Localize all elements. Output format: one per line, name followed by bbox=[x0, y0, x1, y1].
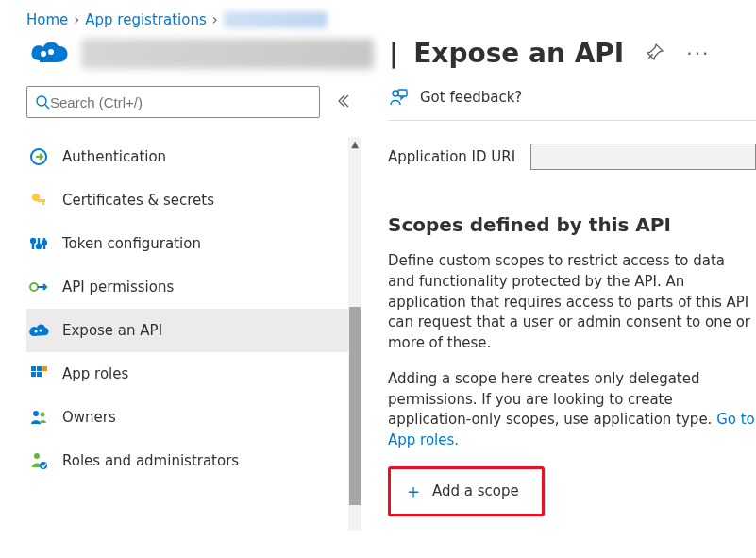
search-input[interactable] bbox=[50, 94, 311, 110]
svg-point-26 bbox=[34, 453, 40, 459]
feedback-label: Got feedback? bbox=[420, 89, 522, 106]
scrollbar-thumb[interactable] bbox=[349, 307, 361, 505]
chevron-right-icon: › bbox=[212, 11, 218, 28]
scroll-up-icon[interactable]: ▲ bbox=[348, 137, 361, 150]
page-title: Expose an API bbox=[413, 38, 624, 69]
nav-label: Expose an API bbox=[62, 322, 162, 339]
svg-rect-19 bbox=[31, 366, 36, 371]
more-icon[interactable]: ··· bbox=[686, 42, 710, 65]
nav-certificates[interactable]: Certificates & secrets bbox=[26, 178, 354, 222]
svg-rect-22 bbox=[31, 372, 36, 377]
nav-token-configuration[interactable]: Token configuration bbox=[26, 222, 354, 265]
nav-authentication[interactable]: Authentication bbox=[26, 135, 354, 178]
nav-label: Authentication bbox=[62, 148, 166, 165]
feedback-icon bbox=[388, 88, 409, 107]
grid-icon bbox=[28, 364, 49, 384]
nav-label: Owners bbox=[62, 409, 116, 426]
app-id-uri-input[interactable] bbox=[530, 144, 756, 170]
nav-api-permissions[interactable]: API permissions bbox=[26, 265, 354, 309]
svg-line-4 bbox=[45, 105, 49, 109]
app-id-uri-label: Application ID URI bbox=[388, 148, 515, 165]
svg-point-15 bbox=[30, 283, 38, 291]
svg-point-14 bbox=[42, 241, 46, 245]
svg-point-25 bbox=[41, 413, 45, 417]
svg-rect-29 bbox=[398, 90, 407, 96]
svg-rect-7 bbox=[38, 199, 45, 202]
people-icon bbox=[28, 407, 49, 428]
svg-point-17 bbox=[35, 330, 38, 333]
svg-rect-8 bbox=[42, 202, 44, 205]
nav-app-roles[interactable]: App roles bbox=[26, 352, 354, 396]
key-icon bbox=[28, 190, 49, 211]
chevron-right-icon: › bbox=[74, 11, 79, 28]
svg-point-18 bbox=[40, 330, 42, 332]
svg-point-12 bbox=[31, 239, 35, 243]
pin-icon[interactable] bbox=[647, 43, 664, 63]
nav-roles-admins[interactable]: Roles and administrators bbox=[26, 439, 354, 482]
admin-icon bbox=[28, 450, 49, 471]
svg-point-28 bbox=[393, 91, 398, 96]
breadcrumb-home[interactable]: Home bbox=[26, 11, 68, 28]
svg-point-3 bbox=[37, 96, 46, 106]
sliders-icon bbox=[28, 233, 49, 254]
nav-label: Token configuration bbox=[62, 235, 201, 252]
breadcrumb: Home › App registrations › bbox=[0, 0, 756, 34]
svg-rect-20 bbox=[37, 366, 42, 371]
plus-icon: ＋ bbox=[404, 479, 423, 504]
svg-point-24 bbox=[33, 411, 39, 416]
nav-expose-api[interactable]: Expose an API bbox=[26, 309, 354, 352]
add-scope-button[interactable]: ＋ Add a scope bbox=[388, 466, 545, 516]
add-scope-label: Add a scope bbox=[432, 482, 519, 499]
cloud-gears-icon bbox=[28, 320, 49, 341]
feedback-link[interactable]: Got feedback? bbox=[388, 88, 756, 121]
search-icon bbox=[35, 94, 50, 110]
svg-point-1 bbox=[48, 49, 54, 55]
collapse-icon[interactable] bbox=[331, 90, 354, 115]
scopes-description-1: Define custom scopes to restrict access … bbox=[388, 251, 756, 354]
nav-label: Roles and administrators bbox=[62, 452, 239, 469]
scopes-description-2: Adding a scope here creates only delegat… bbox=[388, 369, 756, 451]
svg-point-13 bbox=[37, 245, 41, 248]
app-name-redacted bbox=[81, 39, 374, 69]
nav-owners[interactable]: Owners bbox=[26, 396, 354, 439]
page-header: | Expose an API ··· bbox=[0, 34, 756, 86]
title-separator: | bbox=[389, 38, 398, 69]
nav-label: API permissions bbox=[62, 279, 174, 296]
svg-rect-23 bbox=[37, 372, 42, 377]
scrollbar[interactable]: ▲ bbox=[348, 137, 361, 531]
auth-icon bbox=[28, 146, 49, 167]
svg-rect-21 bbox=[42, 366, 47, 371]
nav-label: Certificates & secrets bbox=[62, 192, 214, 209]
breadcrumb-app-registrations[interactable]: App registrations bbox=[85, 11, 206, 28]
svg-point-0 bbox=[41, 51, 46, 57]
scopes-section-title: Scopes defined by this API bbox=[388, 213, 756, 236]
key-arrow-icon bbox=[28, 277, 49, 297]
nav-label: App roles bbox=[62, 365, 128, 382]
cloud-gears-icon bbox=[26, 39, 72, 69]
search-input-wrapper[interactable] bbox=[26, 86, 320, 118]
breadcrumb-app-name-redacted bbox=[224, 11, 328, 28]
side-nav: Authentication Certificates & secrets To… bbox=[26, 135, 354, 482]
